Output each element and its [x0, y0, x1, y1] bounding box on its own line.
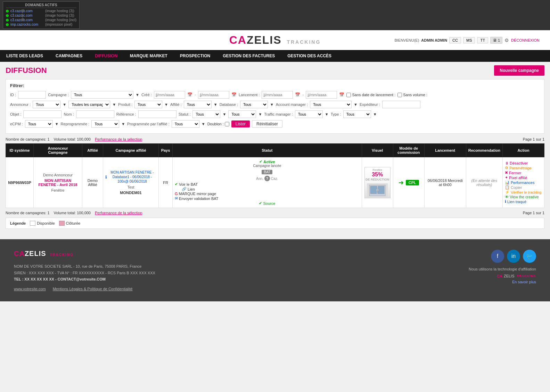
page-title: DIFFUSION [6, 66, 47, 75]
expediteur-input[interactable] [382, 101, 420, 108]
nav-prospection[interactable]: PROSPECTION [174, 50, 216, 62]
nom-input[interactable] [76, 110, 114, 118]
sans-volume-label[interactable]: Sans volume : [397, 93, 427, 97]
chart-icon: 📊 [505, 180, 510, 185]
annonceur-select[interactable]: Tous [33, 101, 60, 108]
source-badge: ✔ Source [175, 201, 360, 206]
objet-input[interactable] [23, 110, 61, 118]
performance-link-top[interactable]: Performance de la sélection [95, 137, 142, 141]
nav-gestion-acces[interactable]: GESTION DES ACCÈS [281, 50, 338, 62]
info-icon[interactable]: ℹ [105, 175, 107, 180]
legend-cloturee: Clôturée [59, 221, 81, 226]
marque-mirror-link[interactable]: G MARQUE mirror page [175, 192, 360, 196]
domain-item-1: c3.cazdjb.com (image hosting (3)) [6, 9, 76, 13]
sans-date-checkbox[interactable] [346, 93, 351, 97]
th-id: ID système [6, 144, 34, 157]
programmee-select[interactable]: Tous [172, 120, 199, 128]
tt-button[interactable]: TT [477, 37, 488, 43]
linkedin-button[interactable]: in [507, 250, 520, 263]
view-creative-link[interactable]: 👁 View the creative [505, 195, 542, 199]
learn-more-link[interactable]: En savoir plus [512, 280, 536, 284]
cal-icon-1[interactable]: 📅 [187, 92, 192, 97]
campagne-affilie-db-link[interactable]: MON ARTISAN FENETRE - Database1 - 06/06/… [108, 170, 156, 184]
parametrage-link[interactable]: ⚙ Paramétrage [505, 166, 542, 170]
ms-button[interactable]: MS [463, 37, 475, 43]
nav-liste-leads[interactable]: LISTE DES LEADS [0, 50, 49, 62]
nav-diffusion[interactable]: DIFFUSION [89, 50, 124, 62]
legend-label: Légende [10, 221, 26, 225]
cree-from-input[interactable] [154, 91, 185, 99]
sans-date-label[interactable]: Sans date de lancement : [346, 93, 395, 97]
th-pays: Pays [159, 144, 173, 157]
fermer-link[interactable]: ✖ Fermer [505, 170, 542, 175]
database-select[interactable]: Tous [240, 101, 268, 108]
traffic-select[interactable]: Tous [295, 110, 323, 118]
copier-link[interactable]: 📋 Copier [505, 185, 542, 190]
statut-select[interactable]: Tous [192, 110, 220, 118]
svg-rect-2 [378, 186, 384, 194]
reference-input[interactable] [138, 110, 177, 118]
pixel-icon: ✦ [505, 175, 508, 180]
verifier-tracking-link[interactable]: ⚡ Vérifier le tracking [505, 190, 542, 194]
volume-top: Volume total: 100,000 [54, 137, 91, 141]
settings-icon[interactable]: ⚙ [504, 37, 509, 43]
cree-to-input[interactable] [198, 91, 229, 99]
id-input[interactable] [18, 91, 46, 99]
volume-bottom: Volume total: 100,000 [54, 211, 91, 215]
toutes-campagnes-select[interactable]: Toutes les campagnes [68, 101, 110, 108]
row-visuel: Fenêtre 35% DE RÉDUCTION [362, 157, 393, 208]
annonceur-label: Annonceur : [10, 102, 31, 107]
campaign-name[interactable]: MON ARTISAN FENETRE - Avril 2018 [36, 178, 80, 187]
facebook-button[interactable]: f [491, 250, 504, 263]
website-link[interactable]: www.votresite.com [14, 287, 46, 291]
lien-traque-link[interactable]: ℹ Lien traqué [505, 199, 542, 204]
envoyer-validation-link[interactable]: ✉ Envoyer validation BAT [175, 196, 360, 201]
nav-campagnes[interactable]: CAMPAGNES [49, 50, 89, 62]
statut2-select[interactable]: Tous [228, 110, 256, 118]
twitter-button[interactable]: 🐦 [523, 250, 536, 263]
lancement-from-input[interactable] [262, 91, 293, 99]
doublon-label[interactable]: Doublon : [207, 122, 229, 126]
reinitialiser-button[interactable]: Réinitialiser [252, 120, 282, 128]
mentions-link[interactable]: Mentions Légales & Politique de Confiden… [53, 287, 133, 291]
performance-link-bottom[interactable]: Performance de la sélection [95, 211, 142, 215]
type-select[interactable]: Tous [343, 110, 371, 118]
affilie-select[interactable]: Tous [184, 101, 212, 108]
pagination-top: Page 1 sur 1 [523, 137, 544, 141]
ann-label: Ann. [256, 177, 263, 181]
deconnexion-link[interactable]: DÉCONNEXION [511, 38, 540, 42]
reprogrammee-select[interactable]: Tous [91, 120, 119, 128]
nav-gestion-factures[interactable]: GESTION DES FACTURES [216, 50, 281, 62]
voir-bat-link[interactable]: ✔ Voir le BAT [175, 182, 360, 186]
account-select[interactable]: Tous [310, 101, 352, 108]
produit-select[interactable]: Tous [134, 101, 162, 108]
doublon-checkbox[interactable] [225, 122, 229, 126]
sans-volume-checkbox[interactable] [397, 93, 402, 97]
page-footer: CAZELIS TRACKING NOM DE VOTRE SOCIETE SA… [0, 239, 550, 301]
desactiver-icon: ⏸ [505, 161, 509, 165]
lien-link[interactable]: 🔗 Lien [182, 187, 360, 191]
cree-label: Créé : [141, 93, 152, 97]
id-label: ID : [10, 93, 16, 97]
admin-name: ADMIN ADMIN [421, 38, 447, 42]
visual-thumbnail: Fenêtre 35% DE RÉDUCTION [364, 167, 391, 198]
desactiver-link[interactable]: ⏸ Désactiver [505, 161, 542, 165]
new-campaign-button[interactable]: Nouvelle campagne [494, 65, 544, 76]
performances-link[interactable]: 📊 Performances [505, 180, 542, 185]
cal-icon-4[interactable]: 📅 [339, 92, 344, 97]
cal-icon-2[interactable]: 📅 [231, 92, 237, 97]
nav-marque-market[interactable]: MARQUE MARKET [124, 50, 174, 62]
lister-button[interactable]: Lister [231, 120, 250, 127]
th-annonceur: Annonceur Campagne [34, 144, 82, 157]
account-label: Account manager : [276, 102, 308, 107]
cal-icon-3[interactable]: 📅 [295, 92, 300, 97]
campagne-select[interactable]: Tous [71, 91, 133, 99]
traffic-label: Traffic manager : [264, 112, 293, 116]
affilie-name: Demo [84, 178, 101, 183]
lancement-to-input[interactable] [306, 91, 337, 99]
th-affilie: Affilié [82, 144, 103, 157]
pixel-affilie-link[interactable]: ✦ Pixel affilié [505, 175, 542, 180]
cc-button[interactable]: CC [449, 37, 461, 43]
ecpm-select[interactable]: Tous [25, 120, 53, 128]
row-lancement: 06/06/2018 Mercredi at 6h00 [424, 157, 466, 208]
